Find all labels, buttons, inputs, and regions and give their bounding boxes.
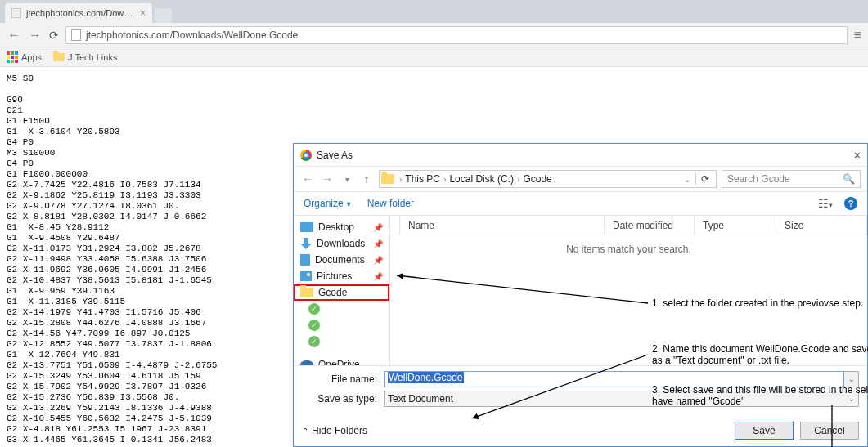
check-icon: ✓ xyxy=(308,303,320,315)
tab-favicon xyxy=(11,8,21,18)
reload-button[interactable]: ⟳ xyxy=(49,29,59,42)
tab-title: jtechphotonics.com/Dow… xyxy=(26,8,133,18)
gcode-content: M5 S0 G90 G21 G1 F1500 G1 X-3.6104 Y20.5… xyxy=(7,74,217,447)
pictures-icon xyxy=(300,271,312,281)
back-button[interactable]: ← xyxy=(7,28,21,42)
tree-sub2[interactable]: ✓ xyxy=(294,317,389,333)
new-folder-button[interactable]: New folder xyxy=(367,198,414,209)
tree-downloads[interactable]: Downloads📌 xyxy=(294,235,389,252)
nav-recent-icon[interactable]: ▾ xyxy=(340,175,354,184)
tree-gcode[interactable]: Gcode xyxy=(294,284,389,301)
nav-fwd-icon[interactable]: → xyxy=(320,172,335,186)
chevron-down-icon: ▼ xyxy=(345,200,353,208)
filename-label: File name: xyxy=(302,373,384,385)
apps-shortcut[interactable]: Apps xyxy=(7,51,42,63)
browser-tab[interactable]: jtechphotonics.com/Dow… × xyxy=(5,3,152,23)
folder-tree: Desktop📌 Downloads📌 Documents📌 Pictures📌… xyxy=(294,216,390,365)
help-icon[interactable]: ? xyxy=(844,197,857,210)
svg-line-1 xyxy=(472,355,648,418)
browser-menu-icon[interactable]: ≡ xyxy=(854,28,861,42)
type-label: Save as type: xyxy=(302,393,384,405)
organize-button[interactable]: Organize▼ xyxy=(304,198,353,209)
refresh-icon[interactable]: ⟳ xyxy=(695,173,714,185)
folder-icon xyxy=(53,53,65,61)
annotation-arrows xyxy=(390,216,865,447)
desktop-icon xyxy=(300,222,313,232)
page-icon xyxy=(71,29,81,41)
pin-icon: 📌 xyxy=(373,223,383,232)
folder-icon xyxy=(300,288,313,297)
tree-sub1[interactable]: ✓ xyxy=(294,301,389,317)
tree-sub3[interactable]: ✓ xyxy=(294,333,389,350)
tree-desktop[interactable]: Desktop📌 xyxy=(294,219,389,235)
chevron-right-icon: › xyxy=(515,175,521,184)
folder-icon xyxy=(381,174,394,184)
svg-line-0 xyxy=(397,275,648,303)
bookmarks-bar: Apps J Tech Links xyxy=(0,47,868,67)
close-icon[interactable]: × xyxy=(836,149,861,162)
search-icon: 🔍 xyxy=(843,173,855,185)
dialog-titlebar: Save As × xyxy=(294,144,867,167)
chevron-right-icon: › xyxy=(442,175,447,184)
nav-up-icon[interactable]: ↑ xyxy=(359,172,374,186)
forward-button[interactable]: → xyxy=(28,28,43,42)
hide-folders-toggle[interactable]: ⌃ Hide Folders xyxy=(302,425,367,436)
dialog-nav: ← → ▾ ↑ › This PC › Local Disk (C:) › Gc… xyxy=(294,167,867,191)
pin-icon: 📌 xyxy=(373,272,383,281)
crumb-this-pc[interactable]: This PC xyxy=(405,173,440,185)
tree-documents[interactable]: Documents📌 xyxy=(294,252,389,268)
crumb-gcode[interactable]: Gcode xyxy=(523,173,551,185)
breadcrumb[interactable]: › This PC › Local Disk (C:) › Gcode ⌄ ⟳ xyxy=(379,170,717,188)
search-placeholder: Search Gcode xyxy=(727,173,790,185)
bookmark-folder[interactable]: J Tech Links xyxy=(53,52,117,62)
chevron-up-icon: ⌃ xyxy=(302,427,308,436)
pin-icon: 📌 xyxy=(373,239,383,248)
apps-icon xyxy=(7,51,18,63)
browser-tab-bar: jtechphotonics.com/Dow… × xyxy=(0,0,868,23)
pin-icon: 📌 xyxy=(373,256,383,265)
search-input[interactable]: Search Gcode 🔍 xyxy=(722,170,861,188)
tree-onedrive[interactable]: OneDrive xyxy=(294,356,389,365)
save-as-dialog: Save As × ← → ▾ ↑ › This PC › Local Disk… xyxy=(293,143,868,447)
chrome-icon xyxy=(300,150,312,161)
nav-back-icon[interactable]: ← xyxy=(300,172,315,186)
dialog-title: Save As xyxy=(317,150,831,161)
crumb-dropdown-icon[interactable]: ⌄ xyxy=(681,175,694,184)
dialog-toolbar: Organize▼ New folder ☷▾ ? xyxy=(294,191,867,216)
downloads-icon xyxy=(300,238,312,249)
file-list-pane: Name Date modified Type Size No items ma… xyxy=(390,216,867,365)
browser-toolbar: ← → ⟳ jtechphotonics.com/Downloads/WellD… xyxy=(0,23,868,47)
check-icon: ✓ xyxy=(308,336,320,347)
address-bar[interactable]: jtechphotonics.com/Downloads/WellDone.Gc… xyxy=(65,26,848,44)
crumb-local-disk[interactable]: Local Disk (C:) xyxy=(449,173,514,185)
check-icon: ✓ xyxy=(308,320,320,331)
tree-pictures[interactable]: Pictures📌 xyxy=(294,268,389,284)
view-options-icon[interactable]: ☷▾ xyxy=(818,197,833,210)
documents-icon xyxy=(300,254,310,266)
new-tab-button[interactable] xyxy=(155,8,172,23)
chevron-right-icon: › xyxy=(398,175,403,184)
tab-close-icon[interactable]: × xyxy=(140,7,146,19)
url-text: jtechphotonics.com/Downloads/WellDone.Gc… xyxy=(86,29,298,41)
